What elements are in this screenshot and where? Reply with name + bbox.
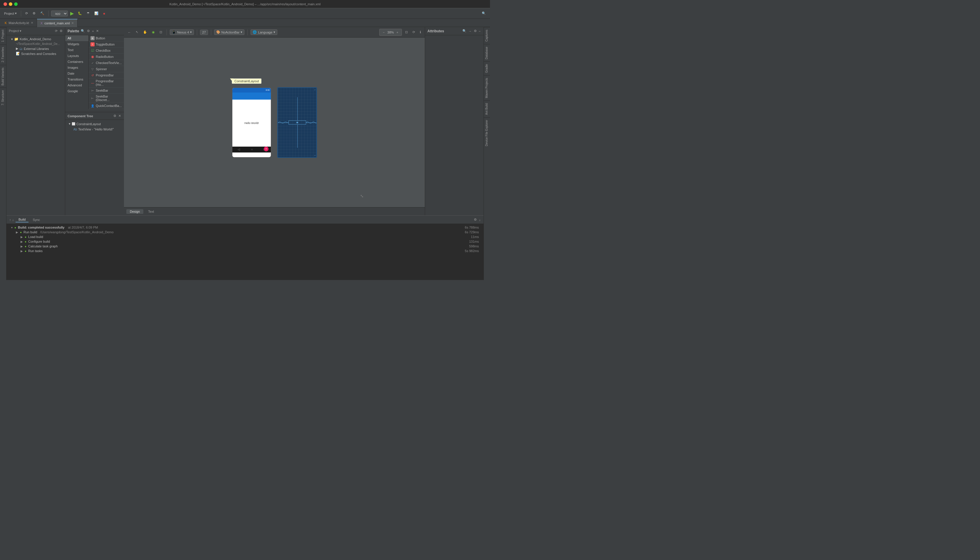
zoom-out-btn[interactable]: − <box>381 30 386 35</box>
palette-item-seekbar-d[interactable]: ⊢ SeekBar (Discret... <box>89 94 124 103</box>
tab-text[interactable]: Text <box>145 209 158 214</box>
api-selector[interactable]: 27 <box>200 30 208 35</box>
component-tree-settings[interactable]: ⚙ <box>113 113 117 118</box>
palette-item-checkbox[interactable]: ☑ CheckBox <box>89 48 124 54</box>
palette-item-button[interactable]: B Button <box>89 35 124 42</box>
fit-screen-btn[interactable]: ⊡ <box>404 29 409 35</box>
build-tab-sync[interactable]: Sync <box>30 217 43 222</box>
search-everywhere-button[interactable]: 🔍 <box>480 11 488 16</box>
tree-scratches[interactable]: 📝 Scratches and Consoles <box>7 51 65 56</box>
fab-button[interactable]: + <box>264 147 268 151</box>
maximize-button[interactable] <box>14 2 18 6</box>
attributes-forward-btn[interactable]: → <box>468 28 473 33</box>
resize-handle-br[interactable]: ⌐ <box>314 154 316 157</box>
design-select-btn[interactable]: ↖ <box>134 29 140 35</box>
palette-item-togglebutton[interactable]: T ToggleButton <box>89 42 124 48</box>
palette-cat-transitions[interactable]: Transitions <box>65 77 88 82</box>
language-selector[interactable]: 🌐 Language ▾ <box>251 29 277 35</box>
build-item-configure[interactable]: ▶ ● Configure build 131ms <box>7 239 484 244</box>
sync-btn[interactable]: ⟳ <box>23 11 30 16</box>
build-export-btn[interactable]: ↓ <box>479 217 481 222</box>
palette-add-btn[interactable]: + <box>92 28 94 33</box>
close-button[interactable] <box>3 2 7 6</box>
palette-cat-advanced[interactable]: Advanced <box>65 82 88 88</box>
theme-selector[interactable]: 🎨 NoActionBar ▾ <box>214 29 245 35</box>
palette-cat-containers[interactable]: Containers <box>65 59 88 65</box>
tree-external-libraries[interactable]: ▶ 🗂 External Libraries <box>7 46 65 51</box>
comp-item-constraintlayout[interactable]: ▾ ⬜ ConstraintLayout <box>65 121 124 127</box>
run-config-selector[interactable]: app <box>51 11 68 17</box>
palette-cat-widgets[interactable]: Widgets <box>65 41 88 47</box>
sidebar-item-build-variants[interactable]: Build Variants <box>0 65 6 88</box>
palette-cat-images[interactable]: Images <box>65 65 88 70</box>
coverage-button[interactable]: ☂ <box>85 11 92 16</box>
palette-cat-google[interactable]: Google <box>65 88 88 94</box>
tab-content-main[interactable]: X content_main.xml ✕ <box>37 19 78 27</box>
palette-search-btn[interactable]: 🔍 <box>80 28 85 33</box>
run-button[interactable]: ▶ <box>69 10 75 17</box>
component-tree-close[interactable]: ✕ <box>118 113 121 118</box>
palette-cat-all[interactable]: All <box>65 35 88 41</box>
comp-item-textview[interactable]: Ab TextView - "Hello World!" <box>65 127 124 132</box>
palette-item-progressbar[interactable]: ↺ ProgressBar <box>89 72 124 78</box>
zoom-in-btn[interactable]: + <box>395 30 400 35</box>
design-pan-btn[interactable]: ✋ <box>141 29 149 35</box>
design-mode-normal[interactable]: ◉ <box>150 29 156 35</box>
info-btn[interactable]: ℹ <box>418 29 423 35</box>
tree-path[interactable]: ~/TestSpace/Kotlin_Android_De... <box>7 42 65 46</box>
palette-item-seekbar[interactable]: ⊢ SeekBar <box>89 88 124 94</box>
palette-cat-date[interactable]: Date <box>65 70 88 77</box>
tab-design[interactable]: Design <box>126 209 143 214</box>
build-item-run-build[interactable]: ▶ ● Run build /Users/wangdong/TestSpace/… <box>7 230 484 235</box>
sidebar-right-captures[interactable]: Captures <box>484 27 490 44</box>
sidebar-item-structure[interactable]: 7: Structure <box>0 88 6 108</box>
build-expand-run[interactable]: ▶ <box>16 231 18 234</box>
sidebar-right-gradle[interactable]: Gradle <box>484 62 490 75</box>
tab-content-close-icon[interactable]: ✕ <box>72 22 74 25</box>
design-canvas[interactable]: ConstraintLayout 8:00 <box>124 38 425 207</box>
device-selector[interactable]: 📱 Nexus 4 ▾ <box>170 29 194 35</box>
tab-close-icon[interactable]: ✕ <box>31 21 33 24</box>
palette-cat-layouts[interactable]: Layouts <box>65 53 88 59</box>
build-item-run-tasks[interactable]: ▶ ● Run tasks 5s 982ms <box>7 248 484 253</box>
build-scroll-down-btn[interactable]: ↓ <box>12 217 15 222</box>
build-item-calculate[interactable]: ▶ ● Calculate task graph 598ms <box>7 244 484 248</box>
project-dropdown[interactable]: Project ▾ <box>2 11 18 16</box>
profile-button[interactable]: 📊 <box>93 11 100 16</box>
build-expand-load[interactable]: ▶ <box>20 235 23 238</box>
build-settings-btn[interactable]: ⚙ <box>473 217 478 222</box>
design-navigate-btn[interactable]: ← <box>126 30 133 35</box>
palette-cat-text[interactable]: Text <box>65 47 88 53</box>
build-expand-calculate[interactable]: ▶ <box>20 245 23 248</box>
sidebar-item-favorites[interactable]: 2: Favorites <box>0 44 6 65</box>
gear-project-icon[interactable]: ⚙ <box>59 28 63 33</box>
palette-item-quickcontact[interactable]: 👤 QuickContactBa... <box>89 103 124 109</box>
sync-project-icon[interactable]: ⟳ <box>54 28 58 33</box>
settings-btn[interactable]: ⚙ <box>31 11 37 16</box>
build-expand-tasks[interactable]: ▶ <box>20 250 23 253</box>
sidebar-right-device-explorer[interactable]: Device File Explorer <box>484 117 490 148</box>
palette-item-checkedtextview[interactable]: ✓ CheckedTextVie... <box>89 60 124 66</box>
resize-handle-tr[interactable]: ⌐ <box>314 88 316 91</box>
palette-item-progressbar-h[interactable]: — ProgressBar (Ho... <box>89 78 124 88</box>
sidebar-right-maven[interactable]: Maven Projects <box>484 75 490 100</box>
build-scroll-up-btn[interactable]: ↑ <box>9 217 12 222</box>
build-expand-root[interactable]: ▾ <box>11 226 13 229</box>
palette-close-btn[interactable]: ✕ <box>95 28 99 33</box>
debug-button[interactable]: 🐛 <box>76 11 84 16</box>
build-item-root[interactable]: ▾ ● Build: completed successfully at 201… <box>7 225 484 230</box>
attributes-minimize-btn[interactable]: − <box>478 28 481 33</box>
build-expand-configure[interactable]: ▶ <box>20 240 23 243</box>
attributes-search-btn[interactable]: 🔍 <box>462 28 467 33</box>
palette-item-spinner[interactable]: ▽ Spinner <box>89 66 124 72</box>
sidebar-item-project[interactable]: 1: Project <box>0 27 6 44</box>
palette-settings-btn[interactable]: ⚙ <box>87 28 90 33</box>
project-header[interactable]: Project ▾ <box>8 28 22 33</box>
canvas-resize-handle[interactable]: ⤡ <box>360 193 364 198</box>
refresh-btn[interactable]: ⟳ <box>411 29 416 35</box>
sidebar-right-database[interactable]: Database <box>484 44 490 62</box>
build-item-load[interactable]: ▶ ● Load build 11ms <box>7 235 484 239</box>
palette-item-radiobutton[interactable]: ◉ RadioButton <box>89 54 124 60</box>
attributes-settings-btn[interactable]: ⚙ <box>473 28 478 33</box>
build-tab-build[interactable]: Build <box>15 217 28 222</box>
